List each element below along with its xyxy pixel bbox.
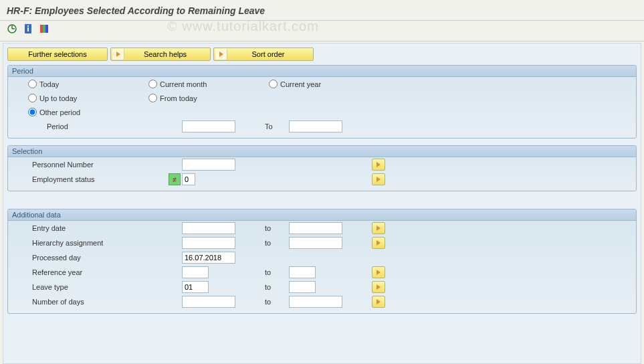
hierarchy-to-input[interactable] (289, 237, 342, 249)
button-row: Further selections Search helps Sort ord… (7, 48, 637, 61)
number-of-days-multi-button[interactable] (372, 296, 385, 308)
hierarchy-multi-button[interactable] (372, 237, 385, 249)
selection-title: Selection (8, 146, 636, 157)
hierarchy-label: Hierarchy assignment (28, 239, 162, 247)
number-of-days-from-input[interactable] (182, 296, 235, 308)
radio-current-month-label: Current month (160, 80, 207, 88)
svg-rect-4 (27, 25, 29, 27)
radio-from-today-input[interactable] (148, 94, 157, 102)
search-helps-button[interactable]: Search helps (110, 48, 211, 61)
leave-type-label: Leave type (28, 283, 162, 291)
svg-rect-5 (27, 27, 29, 31)
to-label: to (249, 268, 289, 276)
radio-current-month-input[interactable] (148, 80, 157, 88)
radio-from-today[interactable]: From today (148, 94, 269, 102)
leave-type-from-input[interactable] (182, 281, 209, 293)
entry-date-multi-button[interactable] (372, 222, 385, 234)
arrow-right-icon (215, 49, 227, 60)
personnel-number-label: Personnel Number (28, 161, 162, 169)
radio-today[interactable]: Today (28, 80, 148, 88)
divider (0, 20, 644, 21)
arrow-right-icon (112, 49, 124, 60)
additional-data-title: Additional data (8, 209, 636, 221)
to-label: to (249, 283, 289, 291)
hierarchy-from-input[interactable] (182, 237, 235, 249)
radio-other-period-label: Other period (39, 108, 80, 116)
reference-year-label: Reference year (28, 268, 162, 276)
employment-status-multi-button[interactable] (372, 173, 385, 185)
arrow-right-icon (375, 284, 382, 290)
arrow-right-icon (375, 225, 382, 232)
svg-rect-7 (43, 25, 45, 33)
personnel-number-multi-button[interactable] (372, 159, 385, 171)
entry-date-from-input[interactable] (182, 222, 235, 234)
leave-type-multi-button[interactable] (372, 281, 385, 293)
radio-from-today-label: From today (160, 94, 197, 102)
reference-year-multi-button[interactable] (372, 266, 385, 278)
number-of-days-to-input[interactable] (289, 296, 342, 308)
entry-date-label: Entry date (28, 224, 162, 232)
radio-current-year-input[interactable] (269, 80, 278, 88)
not-equal-icon[interactable]: ≠ (169, 173, 181, 185)
arrow-right-icon (375, 176, 382, 183)
processed-day-input[interactable] (182, 252, 235, 264)
selection-groupbox: Selection Personnel Number Employment st… (7, 145, 637, 191)
to-label: to (249, 224, 289, 232)
content-area: Further selections Search helps Sort ord… (3, 43, 641, 364)
personnel-number-input[interactable] (182, 159, 235, 171)
divider (0, 41, 644, 41)
radio-up-to-today-input[interactable] (28, 94, 37, 102)
search-helps-label: Search helps (126, 50, 205, 58)
radio-up-to-today-label: Up to today (39, 94, 77, 102)
header: HR-F: Employees Selected According to Re… (0, 0, 644, 17)
arrow-right-icon (375, 240, 382, 246)
page-title: HR-F: Employees Selected According to Re… (7, 5, 637, 16)
additional-data-groupbox: Additional data Entry date to Hierarchy … (7, 209, 637, 314)
employment-status-label: Employment status (28, 175, 162, 183)
radio-today-label: Today (39, 80, 59, 88)
period-groupbox: Period Today Current month Current year … (7, 65, 637, 139)
leave-type-to-input[interactable] (289, 281, 316, 293)
info-icon[interactable] (23, 23, 33, 34)
radio-current-year-label: Current year (280, 80, 321, 88)
execute-icon[interactable] (7, 23, 17, 34)
sort-order-button[interactable]: Sort order (213, 48, 314, 61)
period-from-input[interactable] (182, 120, 235, 132)
spacer (7, 198, 637, 209)
rainbow-icon[interactable] (39, 23, 49, 34)
entry-date-to-input[interactable] (289, 222, 342, 234)
to-label: to (249, 298, 289, 306)
period-title: Period (8, 66, 636, 77)
arrow-right-icon (375, 161, 382, 168)
to-label: to (249, 239, 289, 247)
radio-other-period[interactable]: Other period (28, 108, 148, 116)
reference-year-to-input[interactable] (289, 266, 316, 278)
reference-year-from-input[interactable] (182, 266, 209, 278)
svg-rect-6 (40, 25, 43, 33)
radio-current-month[interactable]: Current month (148, 80, 269, 88)
svg-rect-8 (45, 25, 48, 33)
period-from-label: Period (28, 122, 162, 130)
period-to-label: To (249, 122, 289, 130)
toolbar (0, 22, 644, 38)
period-to-input[interactable] (289, 120, 342, 132)
employment-status-input[interactable] (182, 173, 195, 185)
arrow-right-icon (375, 298, 382, 305)
radio-other-period-input[interactable] (28, 108, 37, 116)
sort-order-label: Sort order (229, 50, 308, 58)
radio-current-year[interactable]: Current year (269, 80, 389, 88)
radio-today-input[interactable] (28, 80, 37, 88)
further-selections-button[interactable]: Further selections (7, 48, 108, 61)
arrow-right-icon (375, 269, 382, 276)
radio-up-to-today[interactable]: Up to today (28, 94, 148, 102)
processed-day-label: Processed day (28, 254, 162, 262)
number-of-days-label: Number of days (28, 298, 162, 306)
